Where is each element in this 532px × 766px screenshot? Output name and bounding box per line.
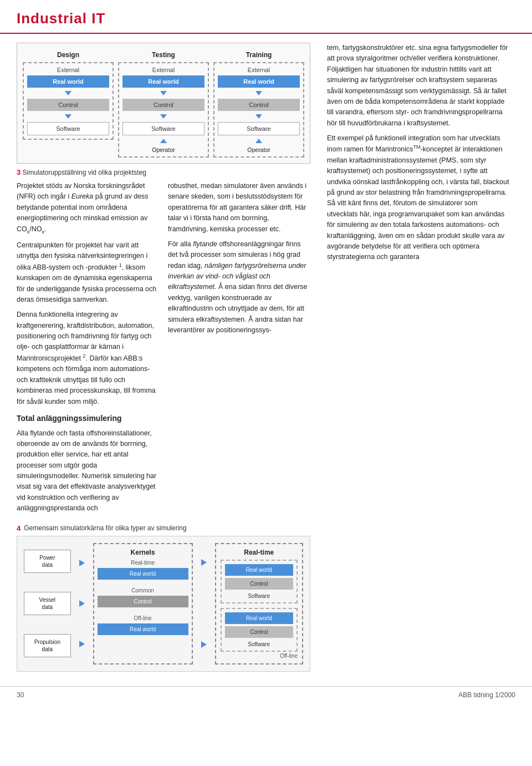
body-p3: Denna funktionella integrering av kraftg…	[17, 310, 159, 407]
testing-operator: Operator	[152, 146, 175, 153]
ol-sw-label: Software	[225, 641, 293, 647]
ol-ctrl-box: Control	[225, 626, 293, 638]
design-realworld: Real world	[27, 75, 109, 88]
page-header: Industrial IT	[0, 0, 532, 34]
section-heading-total: Total anläggningssimulering	[17, 413, 159, 425]
right-p1: tem, fartygskonstruktörer etc. sina egna…	[327, 43, 510, 129]
body-text-section: Projektet stöds av Norska forskningsråde…	[17, 181, 310, 519]
kernels-offline-label: Off-line	[98, 615, 188, 621]
kernels-title: Kernels	[98, 549, 188, 556]
training-control: Control	[218, 99, 300, 111]
ol-rw-box: Real world	[225, 612, 293, 624]
body-col-1: Projektet stöds av Norska forskningsråde…	[17, 181, 159, 519]
col-header-design: Design	[57, 51, 79, 59]
page-title: Industrial IT	[17, 10, 105, 27]
arrow-down-6	[255, 114, 262, 119]
testing-realworld: Real world	[122, 75, 204, 88]
left-column: Design External Real world Control Softw…	[0, 34, 321, 681]
arrow-right-3	[79, 641, 85, 647]
diagram4-inner: Powerdata Vesseldata Propulsiondata Kern…	[17, 536, 310, 672]
main-content: Design External Real world Control Softw…	[0, 34, 532, 681]
kernels-realtime-label: Real-time	[98, 560, 188, 566]
d4-arrows-mid	[198, 543, 209, 664]
body-p4: Alla flytande och fasta offshoreinstalla…	[17, 428, 159, 514]
diagram3-columns: Design External Real world Control Softw…	[23, 51, 304, 158]
d4-vessel-data: Vesseldata	[24, 592, 71, 615]
page-number: 30	[17, 691, 24, 699]
d4-power-data: Powerdata	[24, 550, 71, 573]
fig4-num: 4	[17, 524, 21, 532]
arrow-down-4	[160, 114, 167, 119]
kernels-common-label: Common	[98, 587, 188, 593]
fig3-text: Simulatoruppställning vid olika projekts…	[23, 169, 146, 176]
testing-control: Control	[122, 99, 204, 111]
diagram3-col-design: Design External Real world Control Softw…	[23, 51, 114, 158]
design-software: Software	[27, 122, 109, 135]
design-control: Control	[27, 99, 109, 111]
fig4-text: Gemensam simulatorkärna för olika typer …	[24, 524, 186, 532]
kernels-rw-1: Real world	[98, 568, 188, 580]
kernels-rw-2: Real world	[98, 623, 188, 635]
journal-name: ABB tidning 1/2000	[458, 691, 515, 699]
offline-label: Off-line	[221, 653, 298, 659]
rt-ctrl-box: Control	[225, 578, 293, 590]
d4-inputs: Powerdata Vesseldata Propulsiondata	[24, 543, 71, 664]
body-p6: För alla flytande offshoreanläggningar f…	[168, 239, 310, 336]
rt-subgroup: Real world Control Software	[221, 560, 298, 603]
design-external: External	[57, 67, 79, 73]
arrow-right-2	[79, 600, 85, 607]
diagram3: Design External Real world Control Softw…	[17, 43, 310, 164]
training-operator: Operator	[247, 146, 270, 153]
body-col-2: robusthet, medan simulatorer även använd…	[168, 181, 310, 519]
arrow-right-5	[201, 641, 207, 648]
figure3-caption: 3 Simulatoruppställning vid olika projek…	[17, 168, 310, 176]
d4-arrows-input	[76, 543, 88, 664]
realtime-title: Real-time	[221, 549, 298, 556]
rt-rw-box: Real world	[225, 564, 293, 576]
diagram3-col-training: Training External Real world Control Sof…	[213, 51, 304, 158]
arrow-up-2	[255, 139, 262, 143]
body-p2: Centralpunkten för projektet har varit a…	[17, 240, 159, 305]
arrow-down-1	[65, 91, 71, 95]
fig4-caption-row: 4 Gemensam simulatorkärna för olika type…	[17, 524, 310, 532]
kernels-control: Control	[98, 596, 188, 607]
arrow-right-4	[201, 559, 207, 566]
d4-realtime-col: Real-time Real world Control Software Re…	[215, 543, 303, 664]
page-footer: 30 ABB tidning 1/2000	[0, 686, 532, 703]
right-column: tem, fartygskonstruktörer etc. sina egna…	[321, 34, 521, 681]
training-realworld: Real world	[218, 75, 300, 88]
training-software: Software	[218, 122, 300, 135]
diagram4-section: 4 Gemensam simulatorkärna för olika type…	[17, 524, 310, 672]
d4-propulsion-data: Propulsiondata	[24, 634, 71, 657]
fig3-num: 3	[17, 168, 21, 176]
testing-external: External	[152, 67, 175, 73]
design-dashed-box: External Real world Control Software	[23, 62, 114, 140]
arrow-right-1	[79, 560, 85, 566]
arrow-up-1	[160, 139, 167, 143]
arrow-down-3	[160, 91, 167, 95]
d4-kernels: Kernels Real-time Real world Common Cont…	[93, 543, 193, 664]
col-header-training: Training	[246, 51, 272, 59]
offline-subgroup: Real world Control Software	[221, 608, 298, 652]
training-external: External	[248, 67, 270, 73]
col-header-testing: Testing	[152, 51, 175, 59]
rt-sw-label: Software	[225, 593, 293, 599]
arrow-down-5	[255, 91, 262, 95]
training-dashed-box: External Real world Control Software Ope…	[213, 62, 304, 158]
testing-dashed-box: External Real world Control Software Ope…	[118, 62, 209, 158]
body-p5: robusthet, medan simulatorer även använd…	[168, 181, 310, 235]
diagram3-col-testing: Testing External Real world Control Soft…	[118, 51, 209, 158]
right-p2: Ett exempel på funktionell integration s…	[327, 133, 510, 263]
testing-software: Software	[122, 122, 204, 135]
body-p1: Projektet stöds av Norska forskningsråde…	[17, 181, 159, 236]
arrow-down-2	[65, 114, 71, 119]
